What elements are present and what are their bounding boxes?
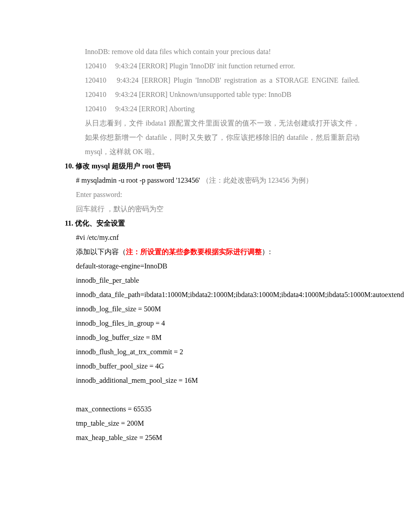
log-line: 120410 9:43:24 [ERROR] Unknown/unsupport… xyxy=(85,88,360,102)
config-line: innodb_log_buffer_size = 8M xyxy=(76,331,360,345)
log-line: 120410 9:43:24 [ERROR] Plugin 'InnoDB' r… xyxy=(85,73,360,88)
section-11-content: #vi /etc/my.cnf 添加以下内容（注：所设置的某些参数要根据实际进行… xyxy=(76,230,360,445)
config-line: innodb_data_file_path=ibdata1:1000M;ibda… xyxy=(76,288,360,302)
prompt-line: Enter password: xyxy=(76,188,360,202)
intro-pre: 添加以下内容（ xyxy=(76,248,126,256)
config-line: innodb_additional_mem_pool_size = 16M xyxy=(76,373,360,388)
note-line: 回车就行 ，默认的密码为空 xyxy=(76,202,360,216)
blank-line xyxy=(76,388,360,402)
intro-warning: 注：所设置的某些参数要根据实际进行调整 xyxy=(126,248,262,256)
config-line: innodb_log_files_in_group = 4 xyxy=(76,316,360,331)
config-line: default-storage-engine=InnoDB xyxy=(76,259,360,273)
config-line: max_connections = 65535 xyxy=(76,402,360,416)
log-line: 120410 9:43:24 [ERROR] Plugin 'InnoDB' i… xyxy=(85,59,360,73)
command-note: （注：此处改密码为 123456 为例） xyxy=(202,176,313,184)
log-block: InnoDB: remove old data files which cont… xyxy=(85,45,360,159)
config-line: tmp_table_size = 200M xyxy=(76,416,360,431)
section-10-heading: 10. 修改 mysql 超级用户 root 密码 xyxy=(65,159,360,173)
config-line: innodb_log_file_size = 500M xyxy=(76,302,360,316)
command-line: # mysqladmin -u root -p password '123456… xyxy=(76,173,360,188)
config-line: max_heap_table_size = 256M xyxy=(76,431,360,445)
log-line: InnoDB: remove old data files which cont… xyxy=(85,45,360,59)
config-intro: 添加以下内容（注：所设置的某些参数要根据实际进行调整）: xyxy=(76,245,360,259)
log-line: 120410 9:43:24 [ERROR] Aborting xyxy=(85,102,360,116)
command-line: #vi /etc/my.cnf xyxy=(76,230,360,245)
config-line: innodb_buffer_pool_size = 4G xyxy=(76,359,360,373)
config-line: innodb_flush_log_at_trx_commit = 2 xyxy=(76,345,360,359)
section-10-content: # mysqladmin -u root -p password '123456… xyxy=(76,173,360,216)
intro-post: ）: xyxy=(262,248,271,256)
command-text: # mysqladmin -u root -p password '123456… xyxy=(76,176,202,184)
section-11-heading: 11. 优化、安全设置 xyxy=(65,216,360,230)
config-line: innodb_file_per_table xyxy=(76,273,360,288)
log-explanation: 从日志看到，文件 ibdata1 跟配置文件里面设置的值不一致，无法创建或打开该… xyxy=(85,116,360,159)
